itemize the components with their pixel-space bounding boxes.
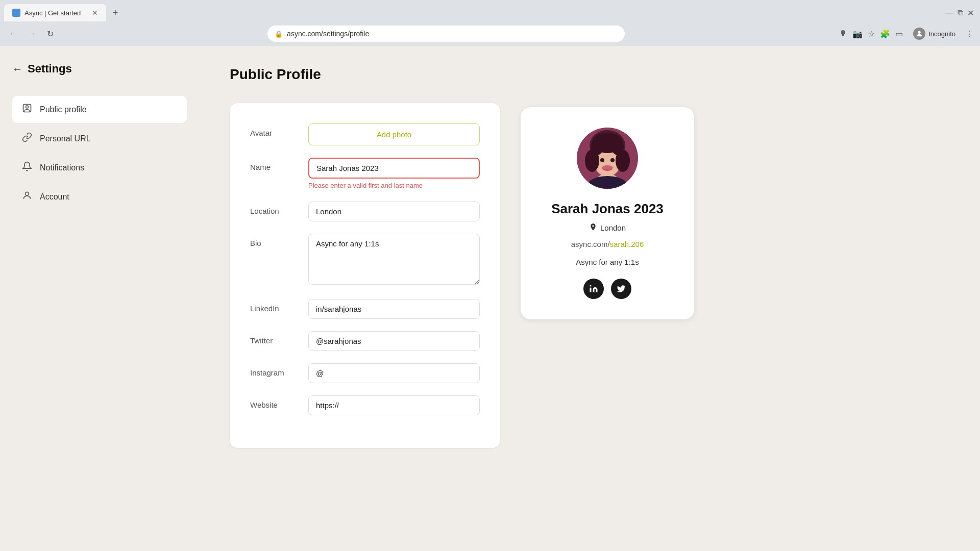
- name-label: Name: [250, 158, 296, 171]
- browser-tab[interactable]: Async | Get started ✕: [4, 4, 106, 21]
- address-bar[interactable]: 🔒 async.com/settings/profile: [267, 26, 625, 42]
- preview-location: London: [589, 223, 626, 233]
- sidebar-item-personal-url[interactable]: Personal URL: [12, 125, 187, 152]
- address-bar-row: ← → ↻ 🔒 async.com/settings/profile 🎙 📷 ☆…: [0, 21, 980, 46]
- lock-icon: 🔒: [275, 30, 283, 38]
- location-row: Location: [250, 202, 480, 221]
- svg-point-16: [591, 139, 603, 155]
- preview-card: Sarah Jonas 2023 London async.com/sarah.…: [521, 107, 694, 319]
- settings-title: Settings: [28, 62, 72, 76]
- linkedin-input[interactable]: [308, 299, 480, 319]
- website-label: Website: [250, 395, 296, 409]
- bio-field: Async for any 1:1s: [308, 234, 480, 287]
- microphone-icon[interactable]: 🎙: [839, 29, 847, 38]
- camera-blocked-icon[interactable]: 📷: [852, 29, 863, 39]
- linkedin-row: LinkedIn: [250, 299, 480, 319]
- website-field: [308, 395, 480, 415]
- window-controls: — ⧉ ✕: [945, 8, 980, 18]
- bio-textarea[interactable]: Async for any 1:1s: [308, 234, 480, 285]
- notifications-icon: [21, 161, 33, 174]
- add-photo-button[interactable]: Add photo: [308, 123, 480, 145]
- reload-button[interactable]: ↻: [43, 27, 57, 41]
- svg-point-19: [590, 285, 592, 287]
- website-input[interactable]: [308, 395, 480, 415]
- bio-row: Bio Async for any 1:1s: [250, 234, 480, 287]
- address-text: async.com/settings/profile: [287, 30, 369, 38]
- location-label: Location: [250, 202, 296, 215]
- instagram-row: Instagram: [250, 363, 480, 383]
- back-nav-button[interactable]: ←: [6, 27, 20, 41]
- personal-url-icon: [21, 132, 33, 145]
- avatar-label: Avatar: [250, 123, 296, 137]
- avatar-preview: [577, 128, 638, 189]
- svg-point-9: [600, 158, 604, 162]
- restore-button[interactable]: ⧉: [958, 8, 963, 17]
- sidebar-item-notifications[interactable]: Notifications: [12, 154, 187, 181]
- svg-point-17: [611, 139, 624, 155]
- name-field: Please enter a valid first and last name: [308, 158, 480, 189]
- page-title: Public Profile: [230, 66, 500, 83]
- svg-rect-18: [590, 288, 592, 292]
- tab-bar: Async | Get started ✕ + — ⧉ ✕: [0, 0, 980, 21]
- url-user: sarah.206: [610, 240, 644, 248]
- tab-close-button[interactable]: ✕: [92, 9, 98, 17]
- minimize-button[interactable]: —: [945, 8, 953, 17]
- url-base: async.com/: [571, 240, 610, 248]
- sidebar-label-notifications: Notifications: [40, 163, 84, 172]
- bookmark-icon[interactable]: ☆: [868, 29, 875, 39]
- sidebar-label-personal-url: Personal URL: [40, 134, 91, 143]
- sidebar-label-account: Account: [40, 192, 69, 202]
- website-row: Website: [250, 395, 480, 415]
- form-card: Avatar Add photo Name Please enter a val…: [230, 103, 500, 448]
- bio-label: Bio: [250, 234, 296, 247]
- sidebar-item-public-profile[interactable]: Public profile: [12, 96, 187, 123]
- sidebar-toggle-icon[interactable]: ▭: [895, 29, 903, 39]
- sidebar-item-account[interactable]: Account: [12, 183, 187, 210]
- forward-nav-button[interactable]: →: [24, 27, 39, 41]
- location-pin-icon: [589, 223, 597, 233]
- sidebar: ← Settings Public profile: [0, 46, 199, 551]
- extensions-icon[interactable]: 🧩: [880, 29, 890, 39]
- incognito-button[interactable]: Incognito: [908, 26, 961, 42]
- back-link[interactable]: ← Settings: [12, 62, 187, 76]
- name-input[interactable]: [308, 158, 480, 179]
- twitter-row: Twitter: [250, 331, 480, 351]
- svg-point-0: [918, 31, 921, 34]
- main-content: Public Profile Avatar Add photo Name Ple…: [199, 46, 980, 551]
- name-row: Name Please enter a valid first and last…: [250, 158, 480, 189]
- preview-bio: Async for any 1:1s: [576, 258, 639, 266]
- svg-point-2: [26, 106, 29, 108]
- social-icons: [583, 279, 631, 299]
- twitter-social-button[interactable]: [611, 279, 631, 299]
- close-window-button[interactable]: ✕: [967, 8, 974, 18]
- browser-chrome: Async | Get started ✕ + — ⧉ ✕ ← → ↻ 🔒 as…: [0, 0, 980, 46]
- svg-point-12: [602, 165, 612, 169]
- linkedin-field: [308, 299, 480, 319]
- back-arrow-icon: ←: [12, 63, 22, 75]
- tab-title: Async | Get started: [24, 9, 88, 17]
- account-icon: [21, 190, 33, 203]
- location-field: [308, 202, 480, 221]
- tab-favicon: [12, 9, 20, 17]
- avatar-field: Add photo: [308, 123, 480, 145]
- preview-location-text: London: [600, 223, 626, 232]
- twitter-input[interactable]: [308, 331, 480, 351]
- menu-icon[interactable]: ⋮: [966, 29, 974, 39]
- preview-name: Sarah Jonas 2023: [551, 201, 664, 217]
- svg-point-3: [26, 192, 29, 195]
- svg-point-10: [610, 158, 615, 162]
- new-tab-button[interactable]: +: [108, 6, 122, 20]
- location-input[interactable]: [308, 202, 480, 221]
- sidebar-nav: Public profile Personal URL: [12, 96, 187, 210]
- linkedin-social-button[interactable]: [583, 279, 604, 299]
- public-profile-icon: [21, 103, 33, 116]
- avatar-row: Avatar Add photo: [250, 123, 480, 145]
- instagram-label: Instagram: [250, 363, 296, 377]
- instagram-input[interactable]: [308, 363, 480, 383]
- twitter-label: Twitter: [250, 331, 296, 345]
- form-section: Public Profile Avatar Add photo Name Ple…: [230, 66, 500, 531]
- instagram-field: [308, 363, 480, 383]
- preview-url: async.com/sarah.206: [571, 240, 644, 248]
- toolbar-icons: 🎙 📷 ☆ 🧩 ▭ Incognito ⋮: [839, 26, 974, 42]
- incognito-avatar: [913, 28, 925, 40]
